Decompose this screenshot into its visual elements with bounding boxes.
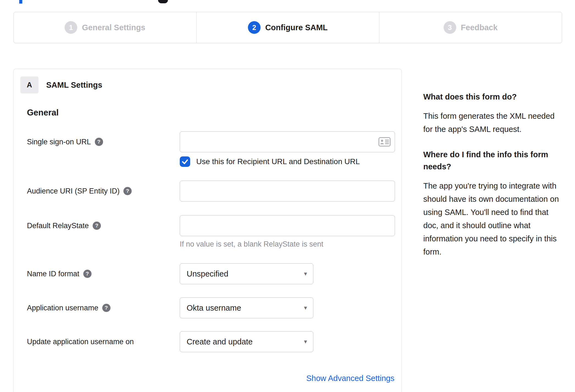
sidebar-heading-where: Where do I find the info this form needs… [423, 148, 564, 173]
step-3-label: Feedback [461, 23, 498, 32]
chevron-down-icon: ▾ [304, 304, 307, 311]
section-a-badge: A [20, 76, 38, 93]
update-username-label: Update application username on [27, 338, 134, 346]
contact-card-icon[interactable] [378, 137, 391, 147]
application-username-help-icon[interactable]: ? [102, 304, 110, 312]
relay-state-label: Default RelayState [27, 222, 89, 230]
step-1-circle: 1 [65, 21, 77, 34]
general-section-heading: General [27, 108, 402, 118]
name-id-format-help-icon[interactable]: ? [83, 270, 92, 278]
field-row-name-id-format: Name ID format ? Unspecified ▾ [13, 263, 402, 284]
audience-uri-input[interactable] [180, 181, 395, 201]
step-general-settings[interactable]: 1 General Settings [14, 12, 196, 43]
application-username-label: Application username [27, 304, 98, 312]
chevron-down-icon: ▾ [304, 270, 307, 277]
field-row-update-username: Update application username on Create an… [13, 331, 402, 352]
field-row-application-username: Application username ? Okta username ▾ [13, 297, 402, 318]
show-advanced-settings-link[interactable]: Show Advanced Settings [306, 374, 394, 383]
step-configure-saml[interactable]: 2 Configure SAML [196, 12, 379, 43]
sso-url-label: Single sign-on URL [27, 138, 91, 146]
step-2-label: Configure SAML [265, 23, 328, 32]
advanced-settings-row: Show Advanced Settings [13, 374, 402, 383]
application-username-value: Okta username [187, 303, 241, 313]
update-username-value: Create and update [187, 337, 253, 346]
sso-recipient-checkbox-row: Use this for Recipient URL and Destinati… [180, 156, 395, 168]
step-2-circle: 2 [248, 21, 261, 34]
name-id-format-value: Unspecified [187, 269, 228, 278]
sidebar-paragraph-where: The app you're trying to integrate with … [423, 179, 564, 258]
cutoff-dark-icon [158, 0, 168, 3]
field-row-sso-url: Single sign-on URL ? [13, 131, 402, 168]
field-row-audience-uri: Audience URI (SP Entity ID) ? [13, 181, 402, 201]
panel-title: SAML Settings [46, 81, 102, 90]
cutoff-blue-fragment [19, 0, 22, 4]
relay-state-input[interactable] [180, 215, 395, 236]
field-row-relay-state: Default RelayState ? If no value is set,… [13, 215, 402, 249]
name-id-format-label: Name ID format [27, 270, 79, 278]
step-3-circle: 3 [444, 21, 456, 34]
cutoff-top-content [0, 0, 575, 8]
sso-url-help-icon[interactable]: ? [95, 138, 103, 146]
name-id-format-select[interactable]: Unspecified ▾ [180, 263, 313, 284]
recipient-destination-checkbox-label[interactable]: Use this for Recipient URL and Destinati… [196, 157, 360, 166]
help-sidebar: What does this form do? This form genera… [423, 69, 564, 258]
update-username-select[interactable]: Create and update ▾ [180, 331, 313, 352]
sso-url-input[interactable] [180, 131, 395, 152]
saml-settings-panel: A SAML Settings General Single sign-on U… [13, 69, 402, 392]
sidebar-paragraph-what: This form generates the XML needed for t… [423, 109, 564, 136]
step-feedback[interactable]: 3 Feedback [379, 12, 562, 43]
audience-uri-label: Audience URI (SP Entity ID) [27, 187, 120, 195]
check-icon [181, 158, 189, 165]
audience-uri-help-icon[interactable]: ? [123, 187, 132, 195]
wizard-stepper: 1 General Settings 2 Configure SAML 3 Fe… [13, 12, 562, 43]
sidebar-heading-what: What does this form do? [423, 91, 564, 103]
relay-state-help-icon[interactable]: ? [93, 222, 101, 230]
chevron-down-icon: ▾ [304, 338, 307, 345]
step-1-label: General Settings [82, 23, 145, 32]
panel-header: A SAML Settings [13, 76, 402, 93]
relay-state-hint: If no value is set, a blank RelayState i… [180, 240, 395, 249]
recipient-destination-checkbox[interactable] [180, 156, 190, 167]
application-username-select[interactable]: Okta username ▾ [180, 297, 313, 318]
